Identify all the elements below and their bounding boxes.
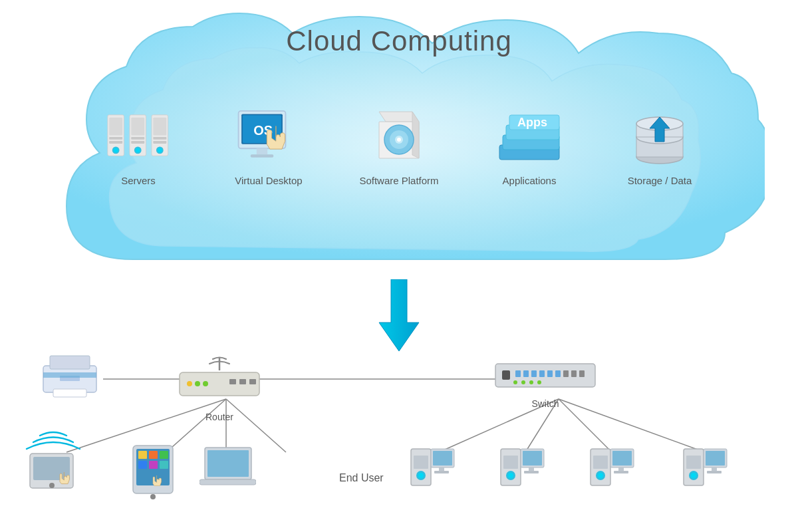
svg-point-30: [397, 138, 401, 142]
wireless-tablet-device: [20, 426, 86, 499]
desktop-4-device: [678, 446, 728, 509]
touch-tablet-device: [130, 442, 183, 502]
svg-rect-127: [712, 467, 717, 471]
svg-point-107: [508, 473, 513, 478]
svg-point-96: [537, 380, 541, 384]
svg-rect-3: [109, 141, 122, 144]
svg-rect-73: [149, 451, 158, 459]
svg-rect-15: [153, 141, 166, 144]
applications-icon: Apps: [496, 103, 563, 170]
svg-point-61: [49, 483, 55, 488]
router-label: Router: [205, 412, 233, 422]
svg-rect-104: [434, 471, 449, 473]
svg-rect-89: [555, 370, 561, 377]
desktop-3-device: [585, 446, 635, 509]
svg-rect-72: [138, 451, 147, 459]
svg-rect-88: [547, 370, 553, 377]
laptop-device: [200, 444, 256, 494]
svg-point-64: [187, 381, 192, 386]
svg-rect-75: [138, 461, 147, 469]
cloud-items-row: Servers OS: [73, 103, 725, 186]
svg-rect-118: [612, 451, 632, 466]
svg-rect-119: [618, 467, 624, 471]
switch-device: Switch: [492, 356, 598, 409]
svg-rect-103: [439, 467, 444, 471]
svg-rect-7: [131, 117, 144, 135]
svg-text:Apps: Apps: [517, 116, 547, 129]
desktop-1-device: [406, 446, 456, 509]
svg-point-115: [598, 473, 603, 478]
svg-rect-55: [50, 356, 90, 369]
svg-rect-81: [200, 479, 256, 485]
svg-rect-111: [529, 467, 534, 471]
svg-marker-43: [379, 279, 419, 351]
switch-label: Switch: [531, 398, 559, 409]
svg-rect-80: [207, 450, 249, 477]
svg-rect-68: [239, 379, 246, 384]
applications-label: Applications: [503, 175, 557, 186]
virtual-desktop-label: Virtual Desktop: [235, 175, 302, 186]
svg-rect-13: [153, 117, 166, 135]
servers-icon: [105, 103, 172, 170]
cloud-item-storage: Storage / Data: [603, 103, 716, 186]
svg-rect-100: [414, 456, 428, 469]
svg-rect-110: [523, 451, 542, 466]
storage-label: Storage / Data: [628, 175, 692, 186]
svg-rect-124: [686, 456, 701, 469]
svg-rect-84: [515, 370, 521, 377]
cloud-container: Cloud Computing: [33, 7, 765, 286]
svg-point-66: [203, 381, 208, 386]
end-user-label: End User: [339, 472, 384, 484]
desktop-2-device: [495, 446, 545, 509]
virtual-desktop-icon: OS: [235, 103, 302, 170]
svg-rect-87: [539, 370, 545, 377]
svg-rect-108: [503, 456, 518, 469]
svg-rect-8: [131, 136, 144, 139]
svg-rect-86: [531, 370, 537, 377]
svg-point-65: [195, 381, 200, 386]
svg-rect-128: [707, 471, 722, 473]
svg-rect-90: [563, 370, 569, 377]
svg-point-17: [158, 148, 162, 152]
svg-rect-9: [131, 141, 144, 144]
svg-point-94: [521, 380, 525, 384]
cloud-item-applications: Apps Applications: [473, 103, 586, 186]
svg-point-99: [418, 473, 424, 478]
svg-rect-91: [571, 370, 577, 377]
storage-icon: [626, 103, 693, 170]
svg-point-11: [136, 148, 140, 152]
svg-rect-77: [160, 461, 168, 469]
printer-device: [40, 352, 100, 399]
cloud-item-servers: Servers: [82, 103, 195, 186]
end-user-label-container: End User: [339, 472, 384, 484]
svg-point-123: [691, 473, 696, 478]
svg-rect-74: [160, 451, 168, 459]
svg-point-5: [114, 148, 118, 152]
cloud-arrow-down: [372, 279, 426, 355]
svg-rect-1: [109, 117, 122, 135]
svg-rect-22: [257, 148, 267, 154]
cloud-item-software-platform: Software Platform: [342, 103, 456, 186]
svg-rect-23: [251, 154, 274, 158]
cloud-item-virtual-desktop: OS Virtual Desktop: [212, 103, 325, 186]
svg-rect-92: [579, 370, 585, 377]
svg-rect-126: [706, 451, 725, 466]
svg-rect-83: [502, 370, 510, 380]
cloud-title: Cloud Computing: [33, 25, 765, 57]
svg-rect-58: [43, 372, 96, 378]
svg-point-78: [150, 494, 156, 499]
svg-rect-76: [149, 461, 158, 469]
router-device: Router: [176, 356, 263, 422]
svg-rect-120: [614, 471, 628, 473]
svg-rect-2: [109, 136, 122, 139]
svg-rect-14: [153, 136, 166, 139]
svg-rect-102: [433, 451, 452, 466]
svg-rect-85: [523, 370, 529, 377]
software-platform-icon: [366, 103, 432, 170]
svg-rect-56: [53, 389, 86, 397]
svg-rect-69: [249, 379, 256, 384]
svg-rect-112: [524, 471, 539, 473]
svg-rect-116: [593, 456, 608, 469]
svg-rect-67: [229, 379, 236, 384]
software-platform-label: Software Platform: [359, 175, 438, 186]
